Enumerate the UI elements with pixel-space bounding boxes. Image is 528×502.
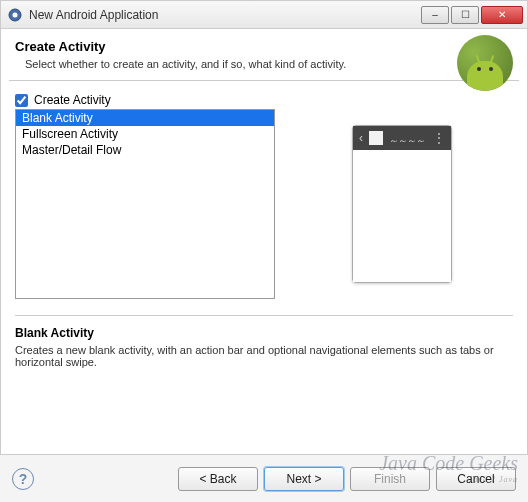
maximize-button[interactable]: ☐	[451, 6, 479, 24]
app-icon	[7, 7, 23, 23]
create-activity-checkbox[interactable]: Create Activity	[15, 93, 513, 107]
list-item[interactable]: Blank Activity	[16, 110, 274, 126]
page-title: Create Activity	[15, 39, 513, 54]
next-button[interactable]: Next >	[264, 467, 344, 491]
close-button[interactable]: ✕	[481, 6, 523, 24]
activity-preview: ‹ ～～～～ ⋮	[291, 109, 513, 299]
list-item[interactable]: Fullscreen Activity	[16, 126, 274, 142]
phone-actionbar: ‹ ～～～～ ⋮	[353, 126, 451, 150]
svg-point-1	[13, 12, 18, 17]
overflow-icon: ⋮	[433, 131, 445, 145]
description-text: Creates a new blank activity, with an ac…	[15, 344, 513, 368]
create-activity-label: Create Activity	[34, 93, 111, 107]
minimize-button[interactable]: –	[421, 6, 449, 24]
window-title: New Android Application	[29, 8, 421, 22]
finish-button: Finish	[350, 467, 430, 491]
help-icon[interactable]: ?	[12, 468, 34, 490]
create-activity-checkbox-input[interactable]	[15, 94, 28, 107]
app-square-icon	[369, 131, 383, 145]
phone-mockup: ‹ ～～～～ ⋮	[352, 125, 452, 283]
back-chevron-icon: ‹	[359, 131, 363, 145]
back-button[interactable]: < Back	[178, 467, 258, 491]
activity-description: Blank Activity Creates a new blank activ…	[15, 315, 513, 378]
phone-screen	[353, 150, 451, 282]
android-icon	[457, 35, 513, 91]
wizard-footer: ? < Back Next > Finish Cancel	[0, 454, 528, 502]
cancel-button[interactable]: Cancel	[436, 467, 516, 491]
wizard-main: Create Activity Blank Activity Fullscree…	[1, 81, 527, 390]
activity-type-list[interactable]: Blank Activity Fullscreen Activity Maste…	[15, 109, 275, 299]
wizard-header: Create Activity Select whether to create…	[1, 29, 527, 80]
list-item[interactable]: Master/Detail Flow	[16, 142, 274, 158]
page-subtitle: Select whether to create an activity, an…	[15, 58, 513, 70]
title-squiggle: ～～～～	[389, 134, 427, 142]
description-title: Blank Activity	[15, 326, 513, 340]
window-titlebar: New Android Application – ☐ ✕	[1, 1, 527, 29]
